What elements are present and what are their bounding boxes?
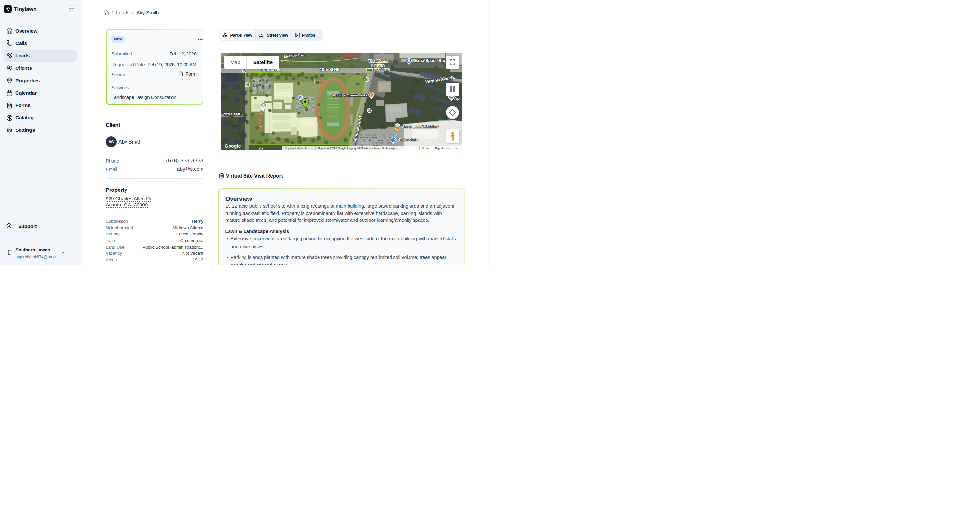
svg-text:Report a map error: Report a map error: [435, 147, 457, 150]
svg-text:Map data ©2026 Google Imagery: Map data ©2026 Google Imagery ©2026 Airb…: [318, 147, 397, 150]
svg-text:10th St NE: 10th St NE: [320, 67, 340, 72]
svg-text:Google: Google: [224, 144, 240, 149]
svg-text:Eastside Trail: Eastside Trail: [366, 67, 390, 72]
svg-text:Keyboard shortcuts: Keyboard shortcuts: [285, 147, 307, 150]
svg-text:Terms: Terms: [422, 147, 429, 150]
svg-text:P: P: [299, 96, 301, 99]
svg-text:The Atlanta: The Atlanta: [368, 59, 388, 63]
svg-text:Extra Space Sto: Extra Space Sto: [414, 58, 445, 63]
svg-text:Ap: Ap: [454, 96, 460, 101]
svg-text:9th St NE: 9th St NE: [224, 112, 241, 116]
svg-text:Snooze, an A.M. Eatery: Snooze, an A.M. Eatery: [402, 125, 439, 129]
svg-text:Trader Joe's: Trader Joe's: [398, 138, 418, 142]
svg-text:Beltline: Beltline: [371, 63, 384, 67]
svg-text:Woody's CheeseSteaks: Woody's CheeseSteaks: [332, 93, 368, 97]
